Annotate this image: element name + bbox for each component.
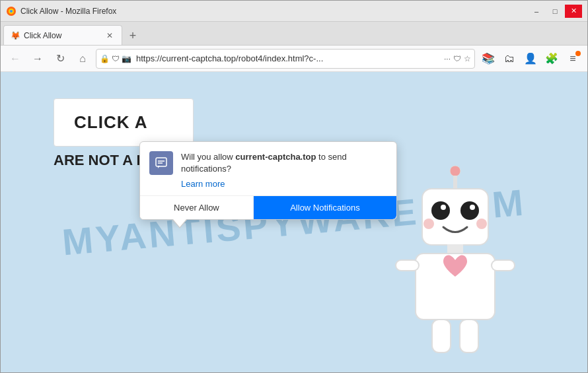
maximize-button[interactable]: □ [546, 5, 564, 18]
svg-point-10 [423, 219, 434, 229]
window-controls: – □ ✕ [528, 5, 582, 18]
shield-icon: 🛡 [112, 54, 120, 63]
url-bar-wrapper: 🔒 🛡 📷 ··· 🛡 ☆ [96, 49, 475, 69]
svg-rect-15 [492, 260, 515, 271]
popup-message-prefix: Will you allow [181, 152, 235, 162]
svg-point-8 [441, 205, 446, 210]
url-right-icons: ··· 🛡 ☆ [444, 54, 471, 63]
bookmark-icon[interactable]: 🛡 [453, 54, 461, 63]
svg-rect-16 [432, 320, 451, 353]
firefox-logo-icon [6, 6, 17, 17]
home-button[interactable]: ⌂ [73, 50, 92, 68]
popup-domain: current-captcha.top [235, 152, 316, 162]
new-tab-button[interactable]: + [124, 26, 142, 45]
svg-point-6 [431, 201, 450, 220]
window-title: Click Allow - Mozilla Firefox [20, 7, 116, 16]
popup-chat-icon [149, 151, 173, 175]
url-input[interactable] [96, 49, 475, 69]
notification-popup: Will you allow current-captcha.top to se… [139, 141, 397, 220]
back-button[interactable]: ← [6, 50, 24, 68]
robot-svg [389, 161, 521, 372]
svg-point-2 [10, 10, 13, 13]
popup-message: Will you allow current-captcha.top to se… [181, 151, 387, 175]
notification-badge [575, 51, 581, 56]
bookmarks-icon[interactable]: 📚 [479, 50, 497, 68]
popup-arrow [173, 219, 186, 227]
click-allow-text: CLICK A [54, 98, 194, 147]
title-bar: Click Allow - Mozilla Firefox – □ ✕ [1, 1, 587, 22]
chat-svg [155, 156, 168, 170]
lock-icon: 🔒 [100, 54, 110, 63]
toolbar-right: 📚 🗂 👤 🧩 ≡ [479, 50, 582, 68]
robot-illustration [389, 161, 548, 372]
star-icon[interactable]: ☆ [464, 54, 471, 63]
click-allow-label: CLICK A [74, 112, 147, 132]
account-icon[interactable]: 👤 [521, 50, 540, 68]
tab-bar: 🦊 Click Allow ✕ + [1, 22, 587, 46]
browser-content: MYANTISPYWARE.COM CLICK A ARE NOT A ROBO… [1, 72, 587, 372]
browser-window: Click Allow - Mozilla Firefox – □ ✕ 🦊 Cl… [0, 0, 588, 373]
tab-favicon-icon: 🦊 [11, 31, 20, 40]
svg-point-3 [450, 166, 460, 176]
active-tab[interactable]: 🦊 Click Allow ✕ [3, 25, 122, 45]
never-allow-button[interactable]: Never Allow [140, 196, 254, 219]
menu-button[interactable]: ≡ [564, 50, 582, 68]
more-icon[interactable]: ··· [444, 54, 451, 63]
tab-title: Click Allow [24, 31, 100, 40]
learn-more-link[interactable]: Learn more [140, 178, 396, 195]
svg-rect-18 [156, 158, 166, 166]
containers-icon[interactable]: 🗂 [500, 50, 519, 68]
allow-notifications-button[interactable]: Allow Notifications [254, 196, 396, 219]
close-button[interactable]: ✕ [565, 5, 582, 18]
extensions-icon[interactable]: 🧩 [542, 50, 561, 68]
svg-rect-12 [447, 244, 463, 254]
security-icons: 🔒 🛡 📷 [100, 54, 131, 63]
title-bar-left: Click Allow - Mozilla Firefox [6, 6, 116, 17]
popup-header: Will you allow current-captcha.top to se… [140, 142, 396, 178]
forward-button[interactable]: → [28, 50, 47, 68]
svg-point-9 [470, 205, 475, 210]
address-bar: ← → ↻ ⌂ 🔒 🛡 📷 ··· 🛡 ☆ 📚 🗂 👤 🧩 ≡ [1, 46, 587, 72]
tab-close-button[interactable]: ✕ [104, 30, 115, 41]
svg-rect-14 [396, 260, 419, 271]
popup-buttons: Never Allow Allow Notifications [140, 195, 396, 219]
reload-button[interactable]: ↻ [51, 50, 69, 68]
svg-point-11 [476, 219, 487, 229]
svg-rect-4 [453, 176, 457, 189]
svg-rect-5 [422, 189, 488, 245]
svg-rect-17 [460, 320, 478, 353]
camera-icon: 📷 [122, 54, 131, 63]
svg-point-7 [460, 201, 479, 220]
minimize-button[interactable]: – [528, 5, 545, 18]
